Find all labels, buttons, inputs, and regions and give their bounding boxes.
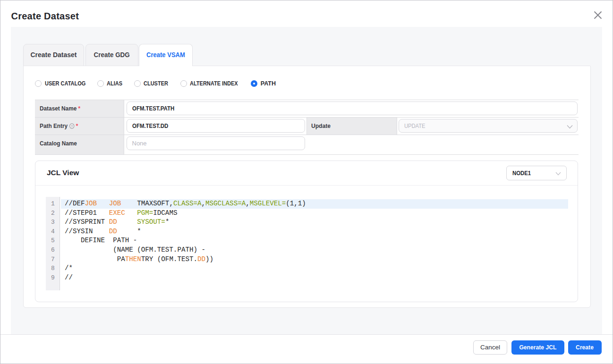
svg-text:?: ? [71, 124, 73, 128]
